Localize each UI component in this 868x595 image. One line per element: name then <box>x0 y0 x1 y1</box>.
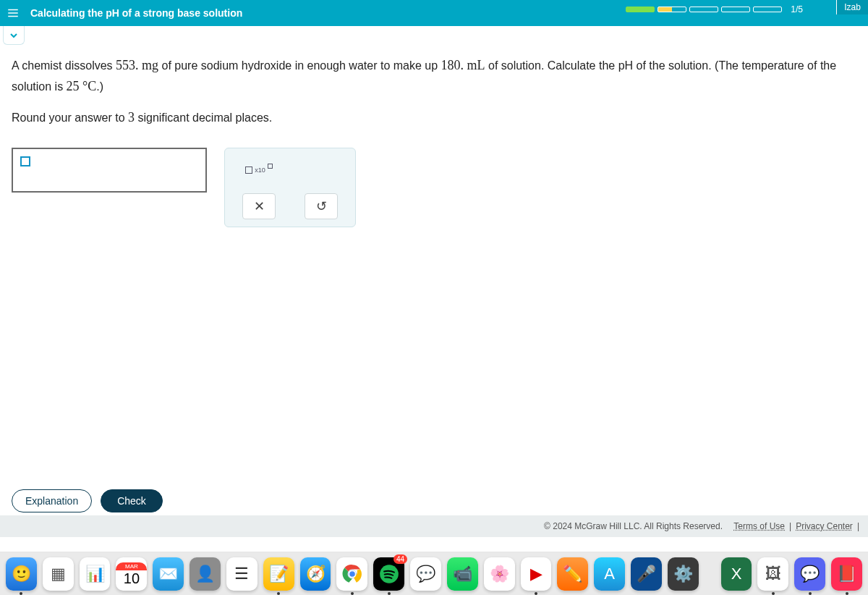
finder-icon[interactable]: 🙂 <box>6 557 37 591</box>
x10-label: x10 <box>255 166 265 174</box>
copyright-text: © 2024 McGraw Hill LLC. All Rights Reser… <box>544 521 723 531</box>
photos-icon[interactable]: 🌸 <box>484 557 515 591</box>
title-bar: Calculating the pH of a strong base solu… <box>0 0 868 26</box>
calendar-month: MAR <box>116 562 147 570</box>
text: significant decimal places. <box>135 111 272 124</box>
calendar-icon[interactable]: MAR 10 <box>116 557 147 591</box>
undo-icon: ↺ <box>316 198 327 214</box>
progress-seg <box>626 7 655 12</box>
reset-button[interactable]: ↺ <box>305 193 338 219</box>
page-title: Calculating the pH of a strong base solu… <box>30 7 242 19</box>
progress-seg <box>658 7 686 12</box>
reminders-icon[interactable]: ☰ <box>226 557 258 591</box>
user-chip[interactable]: Izab <box>836 0 868 14</box>
progress-seg <box>721 7 750 12</box>
terms-link[interactable]: Terms of Use <box>733 521 785 531</box>
settings-icon[interactable]: ⚙️ <box>668 557 699 591</box>
value-sigfig: 3 <box>128 110 135 125</box>
sci-notation-button[interactable]: x10 <box>242 156 276 182</box>
preview-icon[interactable]: 🖼 <box>757 557 788 591</box>
facetime-icon[interactable]: 📹 <box>447 557 478 591</box>
mail-icon[interactable]: ✉️ <box>153 557 184 591</box>
box-icon <box>245 166 252 174</box>
notes-icon[interactable]: 📝 <box>263 557 294 591</box>
explanation-button[interactable]: Explanation <box>12 489 92 512</box>
progress-counter: 1/5 <box>791 4 803 14</box>
tool-panel: x10 ✕ ↺ <box>224 148 356 227</box>
answer-placeholder-icon <box>20 156 30 166</box>
svg-point-5 <box>349 570 355 577</box>
question-instruction: Round your answer to 3 significant decim… <box>12 107 856 128</box>
text: A chemist dissolves <box>12 59 116 72</box>
macos-dock: 🙂 ▦ 📊 MAR 10 ✉️ 👤 ☰ 📝 🧭 44 💬 📹 🌸 ▶ ✏️ A … <box>0 553 868 595</box>
menu-icon[interactable] <box>0 0 26 26</box>
box-icon <box>268 164 273 169</box>
progress-seg <box>689 7 718 12</box>
value-volume: 180. mL <box>441 58 485 72</box>
privacy-link[interactable]: Privacy Center <box>796 521 853 531</box>
value-mass: 553. mg <box>116 58 158 72</box>
x-icon: ✕ <box>254 198 265 214</box>
discord-icon[interactable]: 💬 <box>794 557 825 591</box>
progress-seg <box>753 7 782 12</box>
separator: | <box>857 521 859 531</box>
messages-icon[interactable]: 💬 <box>410 557 441 591</box>
text: .) <box>96 80 103 93</box>
calendar-day: 10 <box>124 570 140 586</box>
check-button[interactable]: Check <box>101 489 163 512</box>
launchpad-icon[interactable]: ▦ <box>43 557 74 591</box>
question-text: A chemist dissolves 553. mg of pure sodi… <box>12 55 856 97</box>
legal-bar: © 2024 McGraw Hill LLC. All Rights Reser… <box>0 515 868 537</box>
progress-bar: 1/5 <box>626 4 803 14</box>
safari-icon[interactable]: 🧭 <box>300 557 331 591</box>
clear-button[interactable]: ✕ <box>242 193 276 219</box>
answer-input[interactable] <box>12 148 207 193</box>
keynote-icon[interactable]: 🎤 <box>631 557 662 591</box>
spotify-icon[interactable]: 44 <box>373 557 404 591</box>
activity-icon[interactable]: 📊 <box>80 557 111 591</box>
chrome-icon[interactable] <box>336 557 367 591</box>
value-temp: 25 °C <box>67 79 97 93</box>
notification-badge: 44 <box>393 554 407 564</box>
appstore-icon[interactable]: A <box>594 557 625 591</box>
question-panel: A chemist dissolves 553. mg of pure sodi… <box>0 45 868 552</box>
collapse-toggle[interactable] <box>3 26 25 45</box>
pencil-icon[interactable]: ✏️ <box>557 557 588 591</box>
text: Round your answer to <box>12 111 128 124</box>
contacts-icon[interactable]: 👤 <box>190 557 221 591</box>
separator: | <box>789 521 791 531</box>
text: of pure sodium hydroxide in enough water… <box>158 59 441 72</box>
books-icon[interactable]: 📕 <box>831 557 862 591</box>
excel-icon[interactable]: X <box>721 557 752 591</box>
presentation-icon[interactable]: ▶ <box>521 557 552 591</box>
